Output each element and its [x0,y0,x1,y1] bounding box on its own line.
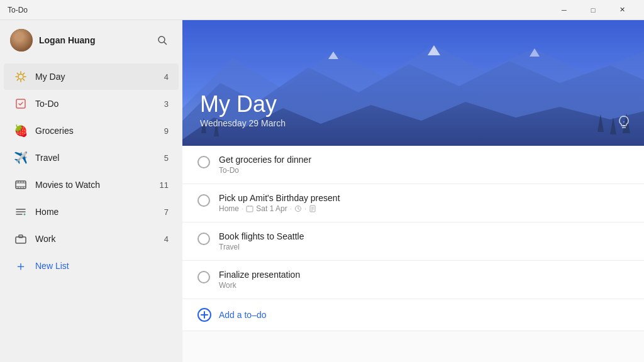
strawberry-icon: 🍓 [14,124,28,138]
sidebar-nav: My Day 4 To-Do 3 🍓 Groceries 9 [0,60,182,362]
add-todo-label: Add a to–do [219,310,267,320]
task-info: Book flights to Seattle Travel [219,231,629,251]
maximize-button[interactable]: □ [579,0,608,20]
meta-dot: · [290,204,292,213]
svg-line-8 [23,79,25,80]
task-list-name: Home [219,204,239,213]
sidebar-item-travel[interactable]: ✈️ Travel 5 [4,145,179,171]
task-info: Get groceries for dinner To-Do [219,155,629,175]
svg-line-47 [298,209,299,210]
window-controls: ─ □ ✕ [550,0,636,20]
nav-count-travel: 5 [164,153,169,163]
new-list-label: New List [35,261,169,271]
sidebar-item-groceries[interactable]: 🍓 Groceries 9 [4,118,179,144]
search-icon [157,35,167,45]
task-item[interactable]: Pick up Amit's Birthday present Home · S… [182,184,644,222]
todo-icon [14,97,28,111]
task-item[interactable]: Get groceries for dinner To-Do [182,146,644,184]
svg-point-24 [24,214,26,216]
calendar-icon [246,205,253,212]
task-title: Pick up Amit's Birthday present [219,193,629,203]
task-info: Pick up Amit's Birthday present Home · S… [219,193,629,213]
titlebar: To-Do ─ □ ✕ [0,0,644,20]
note-icon [309,205,316,212]
home-list-icon [14,205,28,219]
task-complete-button[interactable] [197,156,210,168]
minimize-button[interactable]: ─ [550,0,579,20]
sun-icon [14,70,28,84]
task-complete-button[interactable] [197,194,210,207]
search-button[interactable] [152,30,172,50]
work-icon [14,232,28,246]
sidebar-item-work[interactable]: Work 4 [4,226,179,252]
task-title: Finalize presentation [219,270,629,280]
task-title: Get groceries for dinner [219,155,629,165]
bulb-icon [616,114,631,129]
main-content: My Day Wednesday 29 March Get groceries … [182,20,644,362]
username: Logan Huang [39,35,146,45]
task-title: Book flights to Seattle [219,231,629,241]
sidebar-item-home[interactable]: Home 7 [4,199,179,225]
new-list-button[interactable]: ＋ New List [4,253,179,279]
svg-point-2 [18,74,23,79]
avatar [10,29,33,52]
hero-text: My Day Wednesday 29 March [200,92,286,128]
nav-count-groceries: 9 [164,126,169,136]
task-complete-button[interactable] [197,233,210,245]
suggestions-button[interactable] [616,114,631,133]
task-complete-button[interactable] [197,271,210,283]
task-meta: Home · Sat 1 Apr · [219,204,629,213]
task-item[interactable]: Book flights to Seattle Travel [182,222,644,261]
svg-line-7 [17,73,18,74]
reminder-icon [294,205,302,212]
sidebar-item-label: Movies to Watch [35,180,152,190]
meta-dot: · [242,204,243,213]
nav-count-home: 7 [164,207,169,217]
hero-banner: My Day Wednesday 29 March [182,20,644,146]
nav-count-todo: 3 [164,99,169,109]
hero-date: Wednesday 29 March [200,118,286,128]
avatar-image [10,29,33,52]
meta-dot: · [304,204,306,213]
app-title: To-Do [8,6,550,14]
nav-count-movies: 11 [160,180,169,190]
task-info: Finalize presentation Work [219,270,629,290]
task-item[interactable]: Finalize presentation Work [182,261,644,299]
sidebar-item-movies[interactable]: Movies to Watch 11 [4,172,179,198]
sidebar: Logan Huang [0,20,182,362]
sidebar-header: Logan Huang [0,20,182,60]
sidebar-item-my-day[interactable]: My Day 4 [4,63,179,90]
task-meta: Travel [219,243,629,251]
sidebar-item-label: My Day [35,72,157,82]
add-todo-icon [197,308,211,322]
svg-point-41 [623,121,625,123]
plus-icon [200,310,209,319]
sidebar-item-label: Travel [35,153,157,163]
svg-rect-26 [19,235,23,238]
tasks-area: Get groceries for dinner To-Do Pick up A… [182,146,644,362]
sidebar-item-label: Home [35,207,157,217]
task-list-name: Work [219,281,236,290]
travel-icon: ✈️ [14,151,28,165]
hero-title: My Day [200,92,286,117]
nav-count-my-day: 4 [164,72,169,82]
svg-line-9 [23,73,25,74]
svg-line-1 [164,42,167,45]
task-list-name: To-Do [219,166,239,175]
sidebar-item-label: To-Do [35,99,157,109]
task-meta: To-Do [219,166,629,175]
svg-rect-42 [247,206,253,212]
close-button[interactable]: ✕ [608,0,636,20]
nav-count-work: 4 [164,234,169,244]
sidebar-item-label: Groceries [35,126,157,136]
sidebar-item-label: Work [35,234,157,244]
app-container: Logan Huang [0,20,644,362]
task-list-name: Travel [219,243,240,251]
svg-line-10 [17,79,18,80]
sidebar-item-todo[interactable]: To-Do 3 [4,90,179,117]
movies-icon [14,178,28,192]
task-meta: Work [219,281,629,290]
task-due-date: Sat 1 Apr [256,204,287,213]
plus-icon: ＋ [14,259,28,273]
add-todo-button[interactable]: Add a to–do [182,299,644,331]
